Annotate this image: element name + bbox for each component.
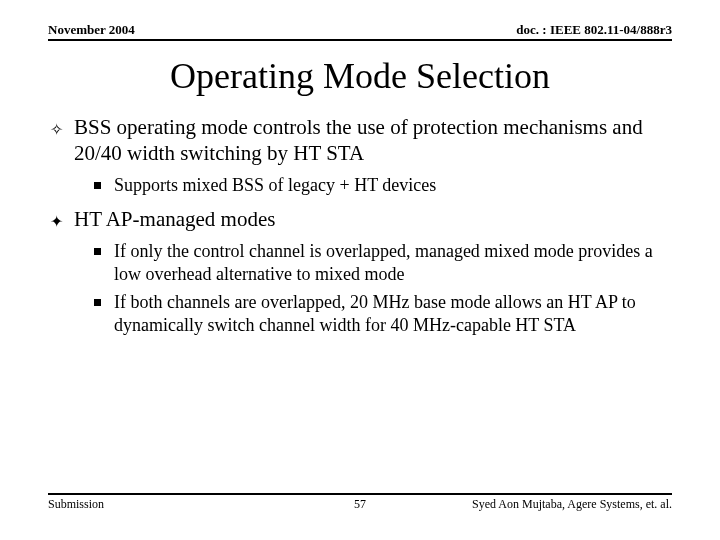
list-item: If only the control channel is overlappe… <box>74 240 672 285</box>
footer: Submission 57 Syed Aon Mujtaba, Agere Sy… <box>48 493 672 512</box>
bullet-text: BSS operating mode controls the use of p… <box>74 115 643 165</box>
list-item: BSS operating mode controls the use of p… <box>48 115 672 197</box>
header-docnum: doc. : IEEE 802.11-04/888r3 <box>516 22 672 38</box>
bullet-list: BSS operating mode controls the use of p… <box>48 115 672 336</box>
list-item: Supports mixed BSS of legacy + HT device… <box>74 174 672 197</box>
footer-author: Syed Aon Mujtaba, Agere Systems, et. al. <box>472 497 672 512</box>
sub-list: If only the control channel is overlappe… <box>74 240 672 336</box>
bullet-text: HT AP-managed modes <box>74 207 275 231</box>
sub-bullet-text: If both channels are overlapped, 20 MHz … <box>114 292 636 335</box>
sub-bullet-text: Supports mixed BSS of legacy + HT device… <box>114 175 436 195</box>
footer-divider <box>48 493 672 495</box>
page-title: Operating Mode Selection <box>48 55 672 97</box>
sub-list: Supports mixed BSS of legacy + HT device… <box>74 174 672 197</box>
sub-bullet-text: If only the control channel is overlappe… <box>114 241 653 284</box>
list-item: If both channels are overlapped, 20 MHz … <box>74 291 672 336</box>
header-date: November 2004 <box>48 22 135 38</box>
slide-page: November 2004 doc. : IEEE 802.11-04/888r… <box>0 0 720 540</box>
header-row: November 2004 doc. : IEEE 802.11-04/888r… <box>48 22 672 41</box>
footer-left: Submission <box>48 497 104 512</box>
footer-row: Submission 57 Syed Aon Mujtaba, Agere Sy… <box>48 497 672 512</box>
list-item: HT AP-managed modes If only the control … <box>48 207 672 337</box>
